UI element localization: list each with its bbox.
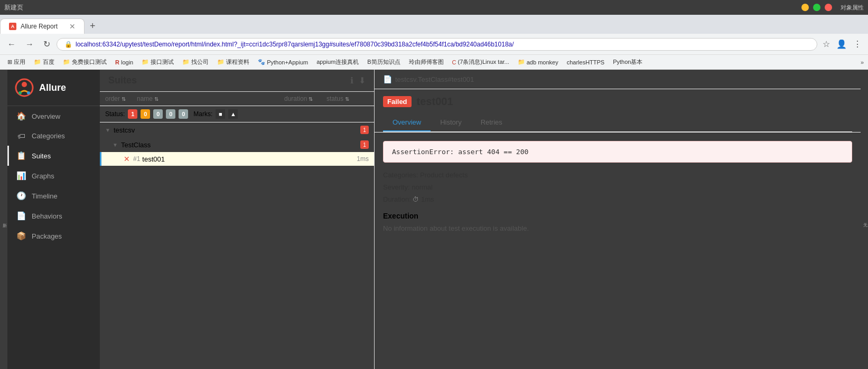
breadcrumb: 📄 testcsv.TestClass#test001 (375, 70, 861, 89)
account-btn[interactable]: 👤 (834, 37, 849, 51)
duration-label: Duration: (383, 195, 413, 203)
col-status-label: status (326, 95, 343, 102)
sort-duration-icon: ⇅ (309, 96, 313, 102)
browser-tab-active[interactable]: A Allure Report ✕ (0, 18, 85, 34)
marks-section: Marks: ■ ▲ (193, 109, 238, 119)
close-btn[interactable] (825, 4, 832, 11)
suites-header: Suites ℹ ⬇ (100, 70, 374, 92)
col-duration-label: duration (284, 95, 307, 102)
behaviors-icon: 📄 (16, 211, 26, 221)
col-duration[interactable]: duration ⇅ (284, 95, 326, 102)
sidebar-item-packages[interactable]: 📦 Packages (7, 226, 100, 246)
bookmark-python[interactable]: Python基本 (610, 57, 646, 67)
categories-row: Categories: Product defects (383, 171, 852, 179)
suites-title: Suites (108, 75, 137, 86)
minimize-btn[interactable] (801, 4, 809, 11)
bookmark-linux[interactable]: C(7条消息)Linux tar... (449, 57, 512, 67)
sidebar: Allure 🏠 Overview 🏷 Categories 📋 Suites … (7, 70, 100, 369)
tab-retries[interactable]: Retries (471, 114, 512, 131)
bookmark-interface[interactable]: 接口测试 (138, 57, 177, 67)
packages-icon: 📦 (16, 231, 26, 241)
col-status[interactable]: status ⇅ (326, 95, 369, 102)
col-name-label: name (137, 95, 153, 102)
svg-point-1 (16, 79, 33, 96)
maximize-btn[interactable] (813, 4, 820, 11)
mark-square-badge[interactable]: ■ (216, 109, 225, 119)
allure-logo-icon (15, 78, 34, 97)
tab-close-btn[interactable]: ✕ (69, 22, 76, 31)
mark-triangle-badge[interactable]: ▲ (228, 109, 238, 119)
status-ok2-badge[interactable]: 0 (166, 109, 175, 119)
bookmark-baidu[interactable]: 百度 (31, 57, 58, 67)
tab-overview[interactable]: Overview (383, 114, 431, 131)
svg-point-3 (18, 91, 22, 94)
sidebar-label-suites: Suites (32, 152, 51, 160)
col-name[interactable]: name ⇅ (137, 95, 284, 102)
bookmark-appium[interactable]: 🐾Python+Appium (255, 58, 311, 67)
sidebar-item-behaviors[interactable]: 📄 Behaviors (7, 206, 100, 226)
suites-header-icons: ℹ ⬇ (350, 75, 366, 86)
bookmark-api-test[interactable]: 免费接口测试 (60, 57, 110, 67)
sidebar-item-categories[interactable]: 🏷 Categories (7, 126, 100, 146)
failed-badge: Failed (383, 96, 412, 107)
sidebar-label-graphs: Graphs (32, 172, 54, 180)
sidebar-item-timeline[interactable]: 🕐 Timeline (7, 186, 100, 206)
sidebar-item-overview[interactable]: 🏠 Overview (7, 106, 100, 126)
window-controls: 对象属性 (801, 4, 864, 12)
appium-icon: 🐾 (258, 59, 265, 65)
reload-btn[interactable]: ↻ (40, 37, 53, 51)
suite-testcsv[interactable]: ▼ testcsv 1 (100, 122, 374, 137)
error-box: AssertionError: assert 404 == 200 (383, 141, 852, 163)
back-btn[interactable]: ← (4, 37, 19, 51)
bookmark-course[interactable]: 课程资料 (214, 57, 253, 67)
test-name: test001 (142, 155, 357, 163)
suites-icon: 📋 (16, 151, 26, 160)
info-icon[interactable]: ℹ (350, 75, 353, 86)
download-icon[interactable]: ⬇ (359, 75, 366, 86)
address-bar[interactable]: 🔒 localhost:63342/upytest/testDemo/repor… (57, 38, 817, 51)
bookmark-master[interactable]: 玲由师傅客图 (406, 57, 447, 67)
bookmark-charles[interactable]: charlesHTTPS (564, 58, 608, 67)
status-failed-badge[interactable]: 1 (128, 109, 137, 119)
tab-history[interactable]: History (431, 114, 471, 131)
bookmarks-more-btn[interactable]: » (861, 59, 864, 65)
sort-status-icon: ⇅ (345, 96, 349, 102)
side-edge-left: 新 (0, 70, 7, 369)
bookmark-adb[interactable]: adb monkey (515, 58, 562, 67)
nav-bar: ← → ↻ 🔒 localhost:63342/upytest/testDemo… (0, 34, 868, 55)
bookmark-appium-device[interactable]: appium连接真机 (313, 57, 362, 67)
bookmark-login[interactable]: Rlogin (112, 58, 136, 67)
chevron-down-icon-2: ▼ (113, 142, 118, 148)
url-text: localhost:63342/upytest/testDemo/report/… (76, 41, 809, 48)
new-tab-btn[interactable]: + (85, 18, 101, 34)
bookmark-resume[interactable]: B简历知识点 (364, 57, 403, 67)
test-duration: 1ms (357, 155, 369, 163)
sidebar-logo-text: Allure (39, 82, 66, 93)
status-warn-badge[interactable]: 0 (141, 109, 150, 119)
middle-panel: Suites ℹ ⬇ order ⇅ name ⇅ duration ⇅ sta… (100, 70, 375, 369)
nav-icons: ☆ 👤 ⋮ (820, 37, 864, 51)
test-num: #1 (133, 155, 140, 163)
sidebar-item-graphs[interactable]: 📊 Graphs (7, 166, 100, 186)
suite-testclass[interactable]: ▼ TestClass 1 (100, 137, 374, 152)
suite-label-testclass: ▼ TestClass (113, 141, 151, 149)
sidebar-item-suites[interactable]: 📋 Suites (7, 146, 100, 166)
menu-btn[interactable]: ⋮ (851, 37, 864, 51)
svg-point-4 (27, 91, 30, 94)
severity-label: Severity: (383, 183, 412, 191)
status-ok-badge[interactable]: 0 (153, 109, 163, 119)
suite-testclass-count: 1 (360, 140, 369, 149)
sidebar-label-packages: Packages (32, 232, 62, 240)
error-text: AssertionError: assert 404 == 200 (392, 148, 528, 156)
col-order[interactable]: order ⇅ (105, 95, 137, 102)
forward-btn[interactable]: → (22, 37, 37, 51)
filter-status: Status: 1 0 0 0 0 (105, 109, 188, 119)
tab-bar: A Allure Report ✕ + (0, 15, 868, 34)
test-row-test001[interactable]: ✕ #1 test001 1ms (100, 152, 374, 166)
status-skip-badge[interactable]: 0 (179, 109, 188, 119)
detail-tabs: Overview History Retries (383, 114, 852, 132)
bookmark-find-company[interactable]: 找公司 (179, 57, 212, 67)
bookmark-star-btn[interactable]: ☆ (820, 37, 832, 51)
bookmark-apps[interactable]: ⊞ 应用 (4, 57, 29, 67)
tab-label: Allure Report (21, 23, 58, 30)
